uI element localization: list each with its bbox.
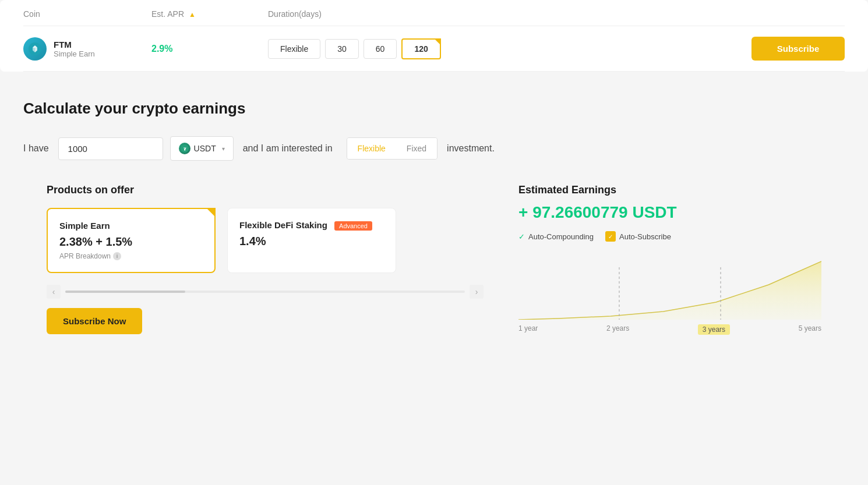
earnings-amount: + 97.26600779 USDT (518, 203, 821, 222)
usdt-icon: ₮ (179, 143, 190, 154)
apr-value: 2.9% (151, 44, 268, 54)
auto-subscribe-label: Auto-Subscribe (619, 232, 671, 241)
nav-row: ‹ › (47, 285, 484, 299)
coin-info: FTM Simple Earn (23, 37, 151, 61)
defi-staking-apr: 1.4% (239, 235, 384, 248)
duration-120[interactable]: 120 (401, 38, 440, 59)
products-title: Products on offer (47, 184, 484, 196)
simple-earn-card[interactable]: Simple Earn 2.38% + 1.5% APR Breakdown i (47, 208, 216, 273)
nav-bar (65, 291, 465, 293)
auto-compounding-option: ✓ Auto-Compounding (518, 232, 594, 241)
ftm-icon (23, 37, 47, 61)
currency-select[interactable]: ₮ USDT ▾ (170, 136, 234, 161)
label-5years: 5 years (799, 324, 821, 335)
duration-header: Duration(days) (268, 9, 740, 19)
products-cards: Simple Earn 2.38% + 1.5% APR Breakdown i… (47, 208, 484, 273)
simple-earn-name: Simple Earn (59, 221, 203, 231)
coin-details: FTM Simple Earn (54, 40, 95, 58)
defi-staking-name: Flexible DeFi Staking Advanced (239, 220, 384, 230)
duration-60[interactable]: 60 (364, 39, 397, 59)
chart-labels: 1 year 2 years 3 years 5 years (518, 322, 821, 335)
products-section: Products on offer Simple Earn 2.38% + 1.… (23, 184, 845, 337)
coin-symbol: FTM (54, 40, 95, 49)
products-right: Estimated Earnings + 97.26600779 USDT ✓ … (484, 184, 821, 337)
duration-flexible[interactable]: Flexible (268, 39, 320, 59)
coin-type: Simple Earn (54, 49, 95, 58)
calc-input-row: I have ₮ USDT ▾ and I am interested in F… (23, 136, 845, 161)
table-row: FTM Simple Earn 2.9% Flexible 30 60 120 … (23, 26, 845, 72)
i-have-label: I have (23, 143, 49, 154)
flexible-btn[interactable]: Flexible (347, 138, 396, 159)
apr-header: Est. APR ▲ (151, 9, 268, 19)
info-icon[interactable]: i (113, 252, 121, 260)
chart-svg (518, 256, 821, 320)
label-3years: 3 years (698, 324, 730, 335)
check-icon: ✓ (518, 232, 525, 241)
advanced-badge: Advanced (334, 221, 372, 231)
sort-icon[interactable]: ▲ (189, 10, 196, 19)
earnings-options: ✓ Auto-Compounding ✓ Auto-Subscribe (518, 231, 821, 242)
calc-title: Calculate your crypto earnings (23, 100, 845, 118)
and-label: and I am interested in (243, 143, 333, 154)
coin-header: Coin (23, 9, 151, 19)
defi-staking-card[interactable]: Flexible DeFi Staking Advanced 1.4% (227, 208, 396, 273)
earnings-title: Estimated Earnings (518, 184, 821, 196)
simple-earn-breakdown: APR Breakdown i (59, 252, 203, 260)
investment-label: investment. (447, 143, 495, 154)
auto-subscribe-checkbox[interactable]: ✓ (605, 231, 616, 242)
earnings-chart: 1 year 2 years 3 years 5 years (518, 256, 821, 337)
coin-table: Coin Est. APR ▲ Duration(days) FTM Simpl… (0, 0, 868, 72)
subscribe-button[interactable]: Subscribe (751, 37, 845, 61)
label-2years: 2 years (606, 324, 629, 335)
label-1year: 1 year (518, 324, 538, 335)
chevron-down-icon: ▾ (222, 146, 225, 152)
table-header: Coin Est. APR ▲ Duration(days) (23, 0, 845, 26)
subscribe-action: Subscribe (740, 37, 845, 61)
calculator-section: Calculate your crypto earnings I have ₮ … (0, 72, 868, 356)
nav-bar-fill (65, 291, 185, 293)
next-arrow[interactable]: › (470, 285, 484, 299)
simple-earn-apr: 2.38% + 1.5% (59, 235, 203, 249)
subscribe-now-button[interactable]: Subscribe Now (47, 308, 142, 334)
svg-marker-3 (518, 261, 821, 320)
auto-compounding-label: Auto-Compounding (528, 232, 594, 241)
fixed-btn[interactable]: Fixed (396, 138, 437, 159)
auto-subscribe-option: ✓ Auto-Subscribe (605, 231, 671, 242)
products-left: Products on offer Simple Earn 2.38% + 1.… (47, 184, 484, 337)
amount-input[interactable] (58, 137, 163, 160)
prev-arrow[interactable]: ‹ (47, 285, 61, 299)
duration-30[interactable]: 30 (325, 39, 359, 59)
investment-type-group: Flexible Fixed (347, 137, 437, 160)
duration-options: Flexible 30 60 120 (268, 38, 740, 59)
currency-label: USDT (194, 144, 216, 153)
